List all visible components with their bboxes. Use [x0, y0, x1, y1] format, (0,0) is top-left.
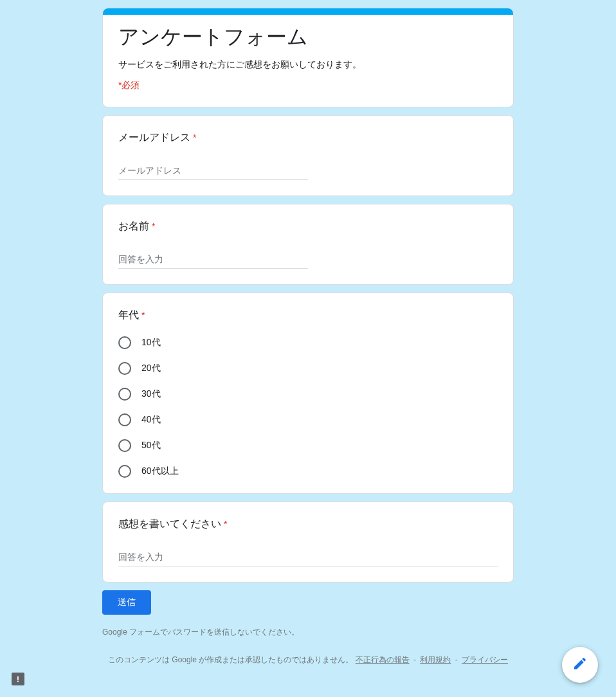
password-warning: Google フォームでパスワードを送信しないでください。: [102, 626, 514, 638]
submit-button[interactable]: 送信: [102, 590, 151, 615]
pencil-icon: [572, 656, 588, 674]
label-text: 年代: [118, 309, 139, 322]
question-label-feedback: 感想を書いてください *: [118, 518, 498, 531]
age-radio-group: 10代 20代 30代 40代 50代: [118, 336, 498, 478]
radio-label: 50代: [141, 440, 161, 451]
radio-icon: [118, 413, 131, 426]
form-viewport[interactable]: アンケートフォーム サービスをご利用された方にご感想をお願いしております。 *必…: [0, 0, 616, 697]
radio-label: 10代: [141, 337, 161, 348]
radio-icon: [118, 439, 131, 452]
question-label-age: 年代 *: [118, 309, 498, 322]
radio-icon: [118, 336, 131, 349]
required-asterisk: *: [193, 132, 196, 143]
radio-label: 40代: [141, 414, 161, 426]
header-card: アンケートフォーム サービスをご利用された方にご感想をお願いしております。 *必…: [102, 8, 514, 107]
radio-icon: [118, 465, 131, 478]
radio-option[interactable]: 40代: [118, 413, 498, 426]
form-description: サービスをご利用された方にご感想をお願いしております。: [118, 59, 498, 71]
form-container: アンケートフォーム サービスをご利用された方にご感想をお願いしております。 *必…: [102, 0, 514, 692]
question-label-name: お名前 *: [118, 220, 498, 233]
link-terms[interactable]: 利用規約: [420, 655, 451, 664]
name-input[interactable]: [118, 251, 308, 269]
radio-icon: [118, 388, 131, 401]
radio-option[interactable]: 10代: [118, 336, 498, 349]
question-name: お名前 *: [102, 204, 514, 285]
radio-label: 20代: [141, 363, 161, 374]
label-text: 感想を書いてください: [118, 518, 221, 531]
report-problem-button[interactable]: !: [12, 673, 24, 685]
required-indicator: *必須: [118, 80, 498, 91]
radio-icon: [118, 362, 131, 375]
google-disclaimer: このコンテンツは Google が作成または承認したものではありません。 不正行…: [102, 654, 514, 666]
question-email: メールアドレス *: [102, 115, 514, 196]
separator: -: [453, 655, 460, 664]
separator: -: [412, 655, 419, 664]
radio-option[interactable]: 60代以上: [118, 465, 498, 478]
question-label-email: メールアドレス *: [118, 131, 498, 145]
email-input[interactable]: [118, 163, 308, 180]
question-feedback: 感想を書いてください *: [102, 502, 514, 583]
link-report-abuse[interactable]: 不正行為の報告: [356, 655, 410, 664]
disclaimer-text: このコンテンツは Google が作成または承認したものではありません。: [108, 655, 356, 664]
link-privacy[interactable]: プライバシー: [462, 655, 508, 664]
exclamation-icon: !: [17, 674, 19, 684]
label-text: お名前: [118, 220, 149, 233]
radio-label: 60代以上: [141, 466, 179, 477]
radio-option[interactable]: 50代: [118, 439, 498, 452]
accent-bar: [103, 8, 513, 15]
form-title: アンケートフォーム: [118, 23, 498, 51]
edit-fab[interactable]: [562, 647, 598, 683]
label-text: メールアドレス: [118, 131, 190, 145]
radio-option[interactable]: 20代: [118, 362, 498, 375]
required-asterisk: *: [152, 221, 155, 231]
radio-label: 30代: [141, 388, 161, 400]
required-asterisk: *: [141, 310, 145, 320]
feedback-input[interactable]: [118, 549, 498, 566]
question-age: 年代 * 10代 20代 30代 40代: [102, 293, 514, 494]
radio-option[interactable]: 30代: [118, 388, 498, 401]
required-asterisk: *: [224, 519, 227, 529]
